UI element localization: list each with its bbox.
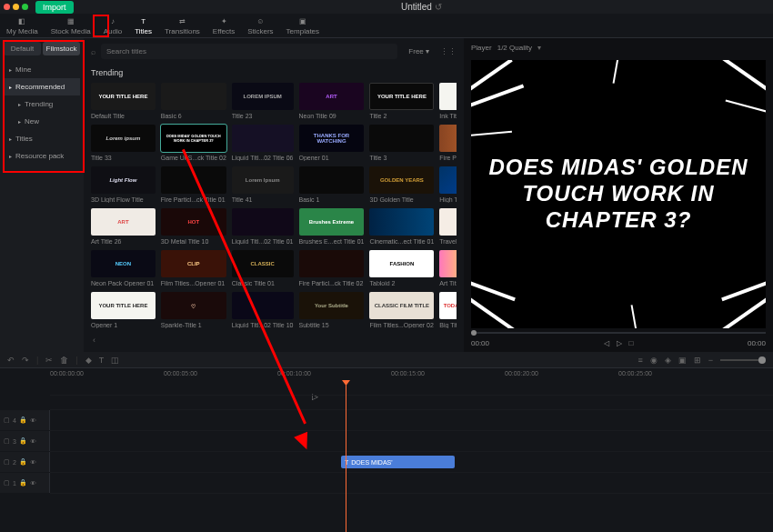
track-row[interactable]: ▢2🔒👁TDOES MIDAS' xyxy=(50,452,773,473)
cut-icon[interactable]: ✂ xyxy=(45,356,53,365)
tab-titles[interactable]: TTitles xyxy=(128,14,158,37)
tool3-icon[interactable]: ▣ xyxy=(678,356,687,365)
search-icon: ⌕ xyxy=(91,47,95,56)
title-tile[interactable]: YOUR TITLE HEREDefault Title xyxy=(91,83,156,119)
preview-panel: Player 1/2 Quality ▾ DOES MIDAS' GOLDEN … xyxy=(464,38,773,352)
tab-templates[interactable]: ▣Templates xyxy=(280,14,326,37)
stop-button[interactable]: □ xyxy=(629,339,634,347)
project-title: Untitled ↺ xyxy=(74,2,769,12)
title-tile[interactable]: Liquid Titl...02 Title 01 xyxy=(232,208,294,245)
timeline-ruler[interactable]: 00:00:00:0000:00:05:0000:00:10:0000:00:1… xyxy=(0,368,773,381)
title-tile[interactable]: NEONNeon Pack Opener 01 xyxy=(91,250,156,286)
tab-stock-media[interactable]: ▦Stock Media xyxy=(45,14,97,37)
title-tile[interactable]: ARTArt Title 26 xyxy=(91,208,156,245)
sidebar-item-recommended[interactable]: Recommended xyxy=(4,78,80,95)
title-tile[interactable]: Lorem IpsumTitle 41 xyxy=(232,166,294,203)
timeline-clip[interactable]: TDOES MIDAS' xyxy=(341,456,455,468)
time-left: 00:00 xyxy=(471,339,489,347)
tab-effects[interactable]: ✦Effects xyxy=(206,14,241,37)
title-tile[interactable]: Cinematic...ect Title 01 xyxy=(369,208,434,245)
title-tile[interactable]: Light Flow3D Light Flow Title xyxy=(91,166,156,203)
mixer-icon[interactable]: ≡ xyxy=(637,356,642,365)
preview-canvas[interactable]: DOES MIDAS' GOLDEN TOUCH WORK IN CHAPTER… xyxy=(471,60,766,328)
sidebar-tab-filmstock[interactable]: Filmstock xyxy=(43,42,80,55)
section-heading: Trending xyxy=(91,68,457,77)
grid-options-icon[interactable]: ⋮⋮ xyxy=(440,47,457,56)
tool4-icon[interactable]: ⊞ xyxy=(694,356,701,365)
prev-frame-button[interactable]: ◁ xyxy=(604,339,609,347)
main-toolbar: ◧My Media▦Stock Media♪AudioTTitles⇄Trans… xyxy=(0,14,773,38)
sidebar-item-mine[interactable]: Mine xyxy=(4,61,80,78)
zoom-slider[interactable] xyxy=(720,359,766,361)
track-row[interactable]: ▢1🔒👁 xyxy=(50,473,773,494)
crop-icon[interactable]: ◫ xyxy=(111,356,119,365)
window-controls[interactable] xyxy=(4,4,28,10)
tab-audio[interactable]: ♪Audio xyxy=(97,14,128,37)
sidebar-item-new[interactable]: New xyxy=(4,113,80,130)
title-tile[interactable]: FASHIONTabloid 2 xyxy=(369,250,434,286)
time-right: 00:00 xyxy=(748,339,766,347)
title-tile[interactable]: WelcomeTravel Chic - Title 2 xyxy=(439,208,457,245)
title-tile[interactable]: Basic 6 xyxy=(161,83,226,119)
title-tile[interactable]: Fire Particl...ck Title 02 xyxy=(299,250,365,286)
title-tile[interactable]: ARTArt Title 11 xyxy=(439,250,457,286)
titles-panel: ⌕ Free ▾ ⋮⋮ Trending YOUR TITLE HEREDefa… xyxy=(84,38,464,352)
title-tile[interactable]: Fire Particl...ck Title 11 xyxy=(439,125,457,161)
title-tile[interactable]: CLIPFilm Titles...Opener 01 xyxy=(161,250,226,286)
undo-icon[interactable]: ↶ xyxy=(7,356,15,365)
sidebar-item-trending[interactable]: Trending xyxy=(4,95,80,113)
title-tile[interactable]: GOLDEN YEARS3D Golden Title xyxy=(369,166,434,203)
sidebar-tab-default[interactable]: Default xyxy=(4,42,41,55)
delete-icon[interactable]: 🗑 xyxy=(60,356,68,365)
title-tile[interactable]: LOREM IPSUMTitle 23 xyxy=(232,83,294,119)
tab-stickers[interactable]: ☺Stickers xyxy=(241,14,279,37)
title-tile[interactable]: THANKS FOR WATCHINGOpener 01 xyxy=(299,125,365,161)
tool2-icon[interactable]: ◈ xyxy=(665,356,671,365)
track-row[interactable]: ▢4🔒👁 xyxy=(50,410,773,431)
search-input[interactable] xyxy=(101,44,397,59)
tab-transitions[interactable]: ⇄Transitions xyxy=(158,14,206,37)
zoom-out-icon[interactable]: − xyxy=(708,356,713,365)
title-tile[interactable]: Lorem ipsumTitle 33 xyxy=(91,125,156,161)
playhead[interactable] xyxy=(346,381,346,532)
tab-my-media[interactable]: ◧My Media xyxy=(0,14,45,37)
title-tile[interactable]: YOUR TITLE HEREOpener 1 xyxy=(91,292,156,328)
title-tile[interactable]: TODAY'S HEADLINESBig Titles...ck Title 0… xyxy=(439,292,457,328)
track-row[interactable]: ▢3🔒👁 xyxy=(50,431,773,452)
sidebar-item-resource-pack[interactable]: Resource pack xyxy=(4,147,80,165)
title-tile[interactable]: INK TITLEInk Title xyxy=(439,83,457,119)
title-tile[interactable]: DOES MIDAS' GOLDEN TOUCH WORK IN CHAPTER… xyxy=(161,125,226,161)
title-tile[interactable]: YOUR TITLE HERETitle 2 xyxy=(369,83,434,119)
title-tile[interactable]: Brushes ExtremeBrushes E...ect Title 01 xyxy=(299,208,365,245)
title-tile[interactable]: Liquid Titl...02 Title 10 xyxy=(232,292,294,328)
title-tile[interactable]: ARTNeon Title 09 xyxy=(299,83,365,119)
title-tile[interactable]: Liquid Titl...02 Title 06 xyxy=(232,125,294,161)
marker-icon[interactable]: ◆ xyxy=(85,356,92,365)
free-filter-dropdown[interactable]: Free ▾ xyxy=(403,45,435,57)
title-tile[interactable]: High Tech...Opener 03 xyxy=(439,166,457,203)
sidebar: DefaultFilmstock MineRecommendedTrending… xyxy=(0,38,84,352)
title-tile[interactable]: ♡Sparkle-Title 1 xyxy=(161,292,226,328)
player-label: Player xyxy=(471,44,492,52)
play-button[interactable]: ▷ xyxy=(617,339,622,347)
tool1-icon[interactable]: ◉ xyxy=(650,356,658,365)
text-tool-icon[interactable]: T xyxy=(99,356,105,365)
title-tile[interactable]: CLASSIC FILM TITLEFilm Titles...Opener 0… xyxy=(369,292,434,328)
title-tile[interactable]: Your SubtitleSubtitle 15 xyxy=(299,292,365,328)
redo-icon[interactable]: ↷ xyxy=(22,356,29,365)
sidebar-item-titles[interactable]: Titles xyxy=(4,130,80,147)
quality-dropdown[interactable]: 1/2 Quality xyxy=(497,44,532,52)
preview-title-text: DOES MIDAS' GOLDEN TOUCH WORK IN CHAPTER… xyxy=(471,155,766,233)
title-tile[interactable]: Basic 1 xyxy=(299,166,365,203)
timeline: ↶ ↷ | ✂ 🗑 | ◆ T ◫ ≡ ◉ ◈ ▣ ⊞ − 00:00:00:0… xyxy=(0,352,773,532)
title-tile[interactable]: Title 3 xyxy=(369,125,434,161)
import-button[interactable]: Import xyxy=(35,1,74,14)
